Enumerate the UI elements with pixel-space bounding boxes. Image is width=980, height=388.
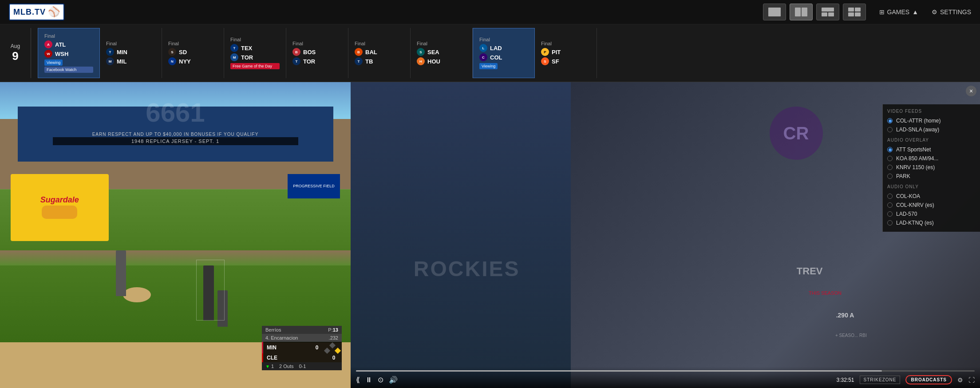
audio-col-knrv-radio[interactable] xyxy=(887,202,893,208)
feed-lad-snla-radio[interactable] xyxy=(887,127,893,132)
game-card-pit-sf[interactable]: Final P PIT S SF xyxy=(535,28,597,78)
sugardale-ad: Sugardale xyxy=(11,174,109,242)
audio-koa-label: KOA 850 AM/94... xyxy=(896,155,938,162)
play-pause-button[interactable]: ⏸ xyxy=(365,376,372,384)
team-logo-tor: M xyxy=(230,53,238,61)
team-abbr-sd: SD xyxy=(179,49,217,55)
game-status-tex-tor: Final xyxy=(230,37,280,42)
feed-col-attr-radio[interactable] xyxy=(887,118,893,123)
feed-col-attr-label: COL-ATTR (home) xyxy=(896,118,940,124)
team-logo-sea: S xyxy=(417,48,425,56)
date-month: Aug xyxy=(11,43,20,49)
volume-button[interactable]: 🔊 xyxy=(389,376,398,384)
game-status-sea-hou: Final xyxy=(417,41,466,46)
game-card-tex-tor[interactable]: Final T TEX M TOR Free Game of the Day xyxy=(224,28,286,78)
game-teams-bos-tb: B BOS T TOR xyxy=(292,48,342,65)
team-logo-wsh: W xyxy=(44,50,52,58)
fullscreen-button[interactable]: ⛶ xyxy=(968,376,975,384)
audio-overlay-title: AUDIO OVERLAY xyxy=(887,138,976,143)
view-mode-quad[interactable] xyxy=(843,4,866,20)
audio-lad-ktnq-label: LAD-KTNQ (es) xyxy=(896,220,934,226)
mlb-logo[interactable]: MLB.TV ⚾ xyxy=(9,4,64,20)
audio-col-koa-label: COL-KOA xyxy=(896,193,920,199)
audio-col-koa-radio[interactable] xyxy=(887,194,893,199)
viewing-badge-lad-col: Viewing xyxy=(479,63,498,69)
game-card-sd-nyy[interactable]: Final S SD N NYY xyxy=(162,28,224,78)
audio-knrv-radio[interactable] xyxy=(887,165,893,170)
free-game-badge: Free Game of the Day xyxy=(230,63,280,69)
team-logo-nyy: N xyxy=(168,57,176,65)
games-nav-button[interactable]: ⊞ GAMES ▲ xyxy=(879,8,918,16)
audio-col-koa[interactable]: COL-KOA xyxy=(887,192,976,201)
audio-lad-570[interactable]: LAD-570 xyxy=(887,210,976,218)
game-card-bal-tb[interactable]: Final B BAL T TB xyxy=(348,28,411,78)
team-logo-pit: P xyxy=(541,48,549,56)
game-teams-bal-tb: B BAL T TB xyxy=(355,48,404,65)
progress-bar[interactable] xyxy=(356,370,975,372)
team1-runs: 0 xyxy=(312,344,321,351)
team2-abbr: CLE xyxy=(267,355,280,361)
game-status-bal-tb: Final xyxy=(355,41,404,46)
close-video-right-button[interactable]: × xyxy=(966,86,976,96)
team1-abbr: MIN xyxy=(267,344,280,351)
game-status-min-mil: Final xyxy=(106,41,155,46)
settings-nav-button[interactable]: ⚙ SETTINGS xyxy=(932,8,971,16)
batter-avg: .232 xyxy=(329,335,338,340)
audio-col-knrv[interactable]: COL-KNRV (es) xyxy=(887,201,976,210)
game-card-min-mil[interactable]: Final T MIN M MIL xyxy=(100,28,162,78)
audio-lad-570-label: LAD-570 xyxy=(896,211,917,217)
game-status-bos-tb: Final xyxy=(292,41,342,46)
fast-forward-button[interactable]: ⊙ xyxy=(378,376,383,384)
rewind-button[interactable]: ⟪ xyxy=(356,376,360,384)
team-abbr-nyy: NYY xyxy=(179,58,217,65)
audio-park-radio[interactable] xyxy=(887,174,893,179)
team-logo-min: T xyxy=(106,48,114,56)
team-logo-tb: T xyxy=(292,57,300,65)
pitch-count: P:13 xyxy=(328,327,338,333)
audio-koa[interactable]: KOA 850 AM/94... xyxy=(887,154,976,163)
field-number: 6661 xyxy=(146,97,205,128)
pitcher-name: Berríos xyxy=(265,327,281,333)
team-logo-tex: T xyxy=(230,44,238,52)
audio-att-radio[interactable] xyxy=(887,147,893,152)
strikezone-button[interactable]: STRIKEZONE xyxy=(860,376,901,384)
audio-lad-ktnq[interactable]: LAD-KTNQ (es) xyxy=(887,218,976,227)
feed-lad-snla[interactable]: LAD-SNLA (away) xyxy=(887,125,976,134)
game-teams-pit-sf: P PIT S SF xyxy=(541,48,590,65)
team-abbr-tor: TOR xyxy=(241,54,280,61)
game-teams-lad-col: L LAD C COL xyxy=(479,44,528,61)
scoreboard: Aug 9 Final A ATL W WSH Viewing Facebook… xyxy=(0,24,980,82)
game-status-pit-sf: Final xyxy=(541,41,590,46)
game-card-sea-hou[interactable]: Final S SEA H HOU xyxy=(411,28,473,78)
video-player-left[interactable]: EARN RESPECT AND UP TO $40,000 IN BONUSE… xyxy=(0,82,351,388)
audio-lad-570-radio[interactable] xyxy=(887,211,893,217)
game-status-atl-wsh: Final xyxy=(44,33,93,39)
view-mode-side-by-side[interactable] xyxy=(790,4,813,20)
team-abbr-min: MIN xyxy=(117,49,155,55)
team-logo-sd: S xyxy=(168,48,176,56)
audio-park[interactable]: PARK xyxy=(887,172,976,181)
view-mode-3[interactable] xyxy=(816,4,839,20)
rockies-logo-area: CR xyxy=(770,107,823,160)
progressive-ad: PROGRESSIVE FIELD xyxy=(288,174,340,198)
audio-knrv[interactable]: KNRV 1150 (es) xyxy=(887,163,976,172)
team-abbr-atl: ATL xyxy=(55,41,93,48)
game-card-atl-wsh[interactable]: Final A ATL W WSH Viewing Facebook Watch xyxy=(38,28,100,78)
audio-lad-ktnq-radio[interactable] xyxy=(887,220,893,226)
team-abbr-tb: TOR xyxy=(303,58,342,65)
team-abbr-tex: TEX xyxy=(241,45,280,51)
game-card-lad-col[interactable]: Final L LAD C COL Viewing xyxy=(473,28,535,78)
audio-koa-radio[interactable] xyxy=(887,156,893,161)
game-card-bos-tb[interactable]: Final B BOS T TOR xyxy=(286,28,348,78)
team-abbr-bal: BAL xyxy=(365,49,404,55)
date-display: Aug 9 xyxy=(9,28,31,78)
settings-button[interactable]: ⚙ xyxy=(957,376,963,384)
view-mode-single[interactable] xyxy=(763,4,786,20)
feed-col-attr[interactable]: COL-ATTR (home) xyxy=(887,116,976,125)
team-logo-col: C xyxy=(479,53,487,61)
video-player-right[interactable]: ROCKIES CR TREV THIS SEASON .290 A + SEA… xyxy=(351,82,980,388)
audio-att-sportsnet[interactable]: ATT SportsNet xyxy=(887,145,976,154)
feed-lad-snla-label: LAD-SNLA (away) xyxy=(896,127,939,133)
facebook-badge: Facebook Watch xyxy=(44,67,93,73)
broadcasts-button[interactable]: BROADCASTS xyxy=(905,375,952,384)
